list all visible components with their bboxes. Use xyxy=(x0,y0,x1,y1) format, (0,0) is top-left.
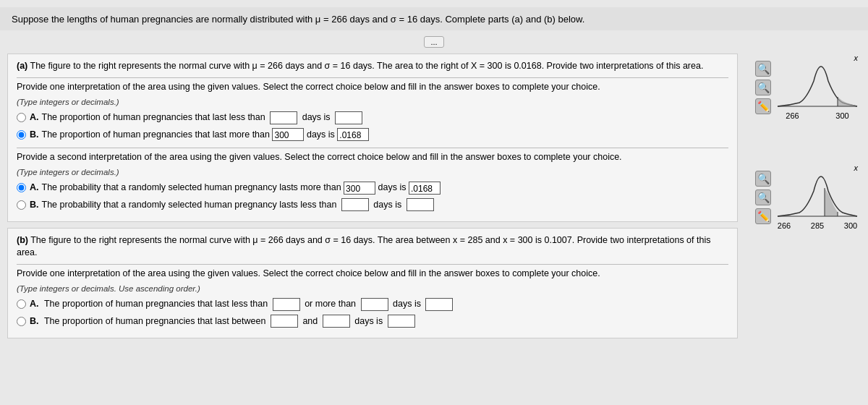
curve-b-icons: 🔍 🔍 ✏️ xyxy=(755,171,771,224)
part-a-option-a-text2: days is xyxy=(302,111,331,124)
part-a-option-a-text1: The proportion of human pregnancies that… xyxy=(42,111,265,124)
left-panel: (a) The figure to the right represents t… xyxy=(7,54,745,344)
part-b-option-a-text1: The proportion of human pregnancies that… xyxy=(44,297,268,311)
curve-a-mu-label: 266 xyxy=(786,111,799,120)
part-b-section: (b) The figure to the right represents t… xyxy=(7,228,738,338)
part-b-label: (b) xyxy=(17,235,28,245)
part-a-desc-text: The figure to the right represents the n… xyxy=(30,61,704,71)
part-b-option-a-input1[interactable] xyxy=(273,298,300,311)
curve-b-labels: 266 285 300 xyxy=(774,221,861,230)
part-a-option2-b-input1[interactable] xyxy=(341,198,369,211)
part-b-option-b-text2: and xyxy=(302,315,318,328)
part-b-option-a-input2[interactable] xyxy=(361,298,388,311)
part-a-option2-a-label: A. xyxy=(30,181,39,195)
part-b-sub1: (Type integers or decimals. Use ascendin… xyxy=(17,284,728,293)
part-b-option-b-radio[interactable] xyxy=(17,317,26,326)
part-b-option-b-input3[interactable] xyxy=(388,315,415,328)
curve-a-container: x 266 300 xyxy=(774,54,861,120)
curve-a-icons: 🔍 🔍 ✏️ xyxy=(755,61,771,114)
part-a-option-b-label: B. xyxy=(30,128,39,142)
part-a-option-a-label: A. xyxy=(30,111,39,124)
curve-b-container: x 266 285 300 xyxy=(774,163,861,230)
ellipsis-button[interactable]: ... xyxy=(424,36,443,48)
part-b-instruction1: Provide one interpretation of the area u… xyxy=(17,268,728,281)
search-icon-1[interactable]: 🔍 xyxy=(755,61,771,77)
part-a-option2-b-radio[interactable] xyxy=(17,200,26,210)
curve-b-x3-label: 300 xyxy=(844,221,857,230)
part-a-option-a-input2[interactable] xyxy=(335,111,362,124)
part-b-option-b-input2[interactable] xyxy=(323,315,350,328)
part-a-option2-b-label: B. xyxy=(30,198,39,212)
search-icon-2[interactable]: 🔍 xyxy=(755,80,771,95)
part-a-option2-a-value2: .0168 xyxy=(409,182,441,195)
curve-b-x1-label: 266 xyxy=(778,221,791,230)
search-icon-3[interactable]: 🔍 xyxy=(755,171,771,187)
curve-b-svg xyxy=(774,169,861,220)
main-container: Suppose the lengths of human pregnancies… xyxy=(0,0,868,405)
search-icon-4[interactable]: 🔍 xyxy=(755,189,771,205)
part-a-option-b-row: B. The proportion of human pregnancies t… xyxy=(17,128,728,142)
part-a-sub2: (Type integers or decimals.) xyxy=(17,168,728,176)
problem-header: Suppose the lengths of human pregnancies… xyxy=(0,7,868,30)
part-b-option-a-input3[interactable] xyxy=(425,298,453,311)
curve-a-labels: 266 300 xyxy=(774,111,861,120)
problem-text: Suppose the lengths of human pregnancies… xyxy=(12,14,584,25)
part-b-option-a-text2: or more than xyxy=(305,297,356,311)
part-b-option-b-label: B. xyxy=(30,315,39,328)
part-a-option2-b-row: B. The probability that a randomly selec… xyxy=(17,198,728,212)
part-b-option-b-input1[interactable] xyxy=(271,315,298,328)
part-b-option-b-text3: days is xyxy=(354,315,383,328)
part-a-option-a-input1[interactable] xyxy=(270,111,297,124)
part-a-option-b-text1: The proportion of human pregnancies that… xyxy=(42,128,270,142)
part-a-option2-b-text2: days is xyxy=(373,198,401,212)
curve-a-x-val-label: 300 xyxy=(835,111,848,120)
part-a-description: (a) The figure to the right represents t… xyxy=(17,60,728,73)
curve-b-x2-label: 285 xyxy=(811,221,824,230)
part-a-option-b-radio[interactable] xyxy=(17,130,26,140)
part-b-option-a-row: A. The proportion of human pregnancies t… xyxy=(17,297,728,311)
part-a-option2-a-value1: 300 xyxy=(344,182,375,195)
part-a-option2-a-text1: The probability that a randomly selected… xyxy=(42,181,341,195)
part-b-option-b-row: B. The proportion of human pregnancies t… xyxy=(17,315,728,328)
part-a-label: (a) xyxy=(17,61,27,71)
part-a-option2-a-text2: days is xyxy=(378,181,407,195)
part-a-option2-b-input2[interactable] xyxy=(407,198,434,211)
part-a-sub1: (Type integers or decimals.) xyxy=(17,98,728,106)
part-a-option-b-value2: .0168 xyxy=(337,128,369,141)
part-a-option2-a-radio[interactable] xyxy=(17,183,26,192)
part-a-section: (a) The figure to the right represents t… xyxy=(7,54,738,222)
edit-icon-2[interactable]: ✏️ xyxy=(755,208,771,224)
part-b-option-a-label: A. xyxy=(30,297,39,311)
part-b-desc-text: The figure to the right represents the n… xyxy=(17,235,710,258)
right-panel: 🔍 🔍 ✏️ x xyxy=(745,54,861,344)
part-a-option-a-row: A. The proportion of human pregnancies t… xyxy=(17,111,728,124)
part-a-option2-b-text1: The probability that a randomly selected… xyxy=(42,198,337,212)
part-b-option-a-radio[interactable] xyxy=(17,299,26,309)
part-a-option-b-text2: days is xyxy=(307,128,335,142)
part-b-option-a-text3: days is xyxy=(393,297,421,311)
content-area: (a) The figure to the right represents t… xyxy=(0,54,868,344)
part-b-description: (b) The figure to the right represents t… xyxy=(17,234,728,260)
curve-a-svg xyxy=(774,59,861,110)
part-a-instruction1: Provide one interpretation of the area u… xyxy=(17,81,728,94)
part-b-option-b-text1: The proportion of human pregnancies that… xyxy=(44,315,265,328)
part-a-option-a-radio[interactable] xyxy=(17,113,26,122)
edit-icon-1[interactable]: ✏️ xyxy=(755,98,771,114)
part-a-option-b-value1: 300 xyxy=(272,128,304,141)
part-a-instruction2: Provide a second interpretation of the a… xyxy=(17,151,728,164)
part-a-option2-a-row: A. The probability that a randomly selec… xyxy=(17,181,728,195)
